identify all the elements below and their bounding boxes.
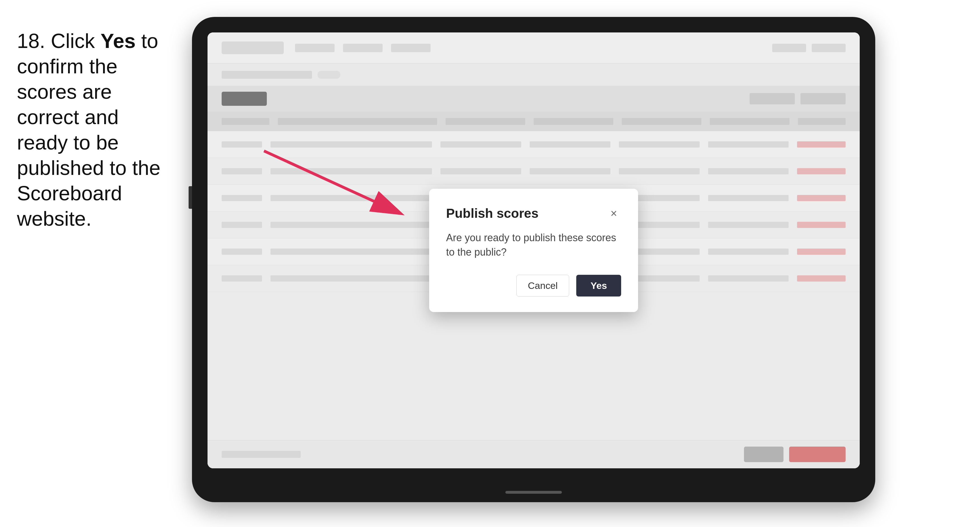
publish-scores-dialog: Publish scores × Are you ready to publis…: [429, 189, 638, 312]
yes-button[interactable]: Yes: [576, 275, 621, 297]
tablet-home-bar: [505, 491, 562, 494]
dialog-footer: Cancel Yes: [446, 275, 621, 297]
tablet-device: Publish scores × Are you ready to publis…: [192, 17, 875, 502]
dialog-header: Publish scores ×: [446, 206, 621, 221]
tablet-shell: Publish scores × Are you ready to publis…: [192, 17, 875, 502]
text-before-bold: Click: [45, 30, 100, 52]
tablet-side-button: [189, 186, 192, 209]
dialog-close-button[interactable]: ×: [606, 206, 621, 221]
dialog-title: Publish scores: [446, 206, 538, 221]
cancel-button[interactable]: Cancel: [516, 275, 570, 297]
instruction-text: 18. Click Yes to confirm the scores are …: [17, 17, 164, 231]
tablet-screen: Publish scores × Are you ready to publis…: [207, 32, 860, 468]
bold-yes: Yes: [100, 30, 135, 52]
dialog-body: Are you ready to publish these scores to…: [446, 231, 621, 259]
modal-backdrop: Publish scores × Are you ready to publis…: [207, 32, 860, 468]
text-after-bold: to confirm the scores are correct and re…: [17, 30, 161, 230]
step-number: 18.: [17, 30, 45, 52]
